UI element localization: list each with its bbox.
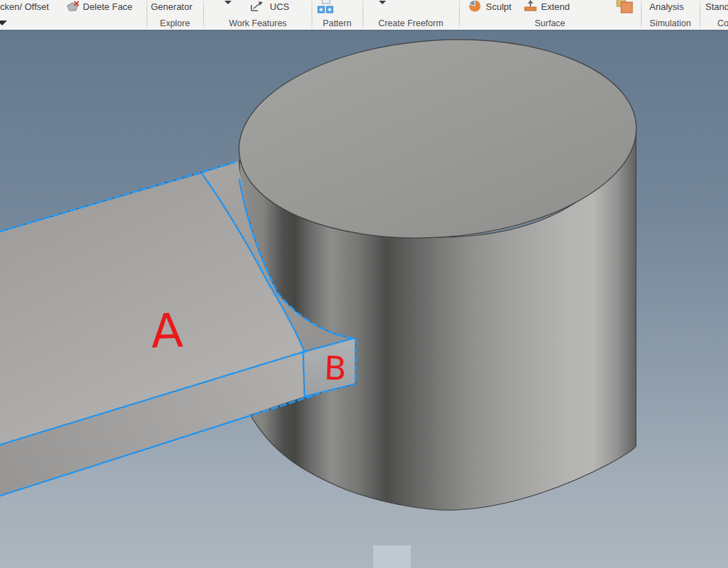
copy-object-icon[interactable] xyxy=(615,0,634,14)
panel-explore[interactable]: Explore xyxy=(146,18,204,29)
sculpt-button[interactable]: Sculpt xyxy=(486,1,511,13)
ribbon-toolbar: cken/ Offset Delete Face Generator Explo… xyxy=(0,0,728,30)
ucs-axis-icon xyxy=(249,0,267,12)
panel-separator xyxy=(700,0,700,29)
rect-pattern-icon[interactable] xyxy=(317,0,336,14)
dropdown-arrow-icon[interactable] xyxy=(379,1,386,4)
standard-button[interactable]: Stand xyxy=(705,1,728,13)
thicken-offset-button[interactable]: cken/ Offset xyxy=(0,1,49,13)
extend-button[interactable]: Extend xyxy=(541,1,569,13)
viewport-top-edge xyxy=(0,30,728,31)
dropdown-arrow-icon[interactable] xyxy=(224,1,232,4)
generator-button[interactable]: Generator xyxy=(151,1,193,13)
panel-create-freeform[interactable]: Create Freeform xyxy=(363,18,459,29)
viewport-3d[interactable]: A B xyxy=(0,30,728,568)
annotation-letter-a: A xyxy=(150,303,184,359)
annotation-letter-b: B xyxy=(324,348,347,387)
analysis-button[interactable]: Analysis xyxy=(649,1,683,13)
extend-surface-icon xyxy=(524,0,538,12)
panel-convert[interactable]: Co xyxy=(717,18,728,29)
delete-face-button[interactable]: Delete Face xyxy=(83,1,132,13)
cylinder-body[interactable] xyxy=(232,30,643,510)
delete-face-icon xyxy=(65,0,81,13)
panel-simulation[interactable]: Simulation xyxy=(641,18,700,29)
ground-plane-square xyxy=(373,545,411,568)
panel-pattern[interactable]: Pattern xyxy=(312,18,363,29)
panel-expand-arrow-icon[interactable] xyxy=(0,21,7,25)
panel-work-features[interactable]: Work Features xyxy=(204,18,312,29)
ucs-button[interactable]: UCS xyxy=(270,1,289,13)
sculpt-pie-icon xyxy=(468,0,482,13)
panel-surface[interactable]: Surface xyxy=(459,18,641,29)
